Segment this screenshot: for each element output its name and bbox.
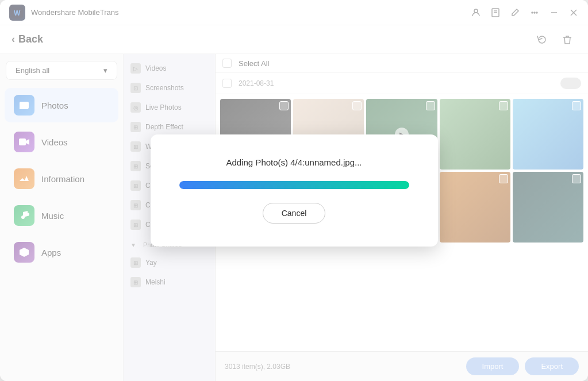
progress-bar-fill <box>179 181 409 189</box>
progress-bar-container <box>179 181 409 189</box>
modal-overlay: Adding Photo(s) 4/4:unnamed.jpg... Cance… <box>0 0 588 381</box>
modal-dialog: Adding Photo(s) 4/4:unnamed.jpg... Cance… <box>151 134 438 247</box>
app-window: W Wondershare MobileTrans <box>0 0 588 381</box>
modal-cancel-button[interactable]: Cancel <box>263 203 326 224</box>
modal-message: Adding Photo(s) 4/4:unnamed.jpg... <box>226 157 362 167</box>
